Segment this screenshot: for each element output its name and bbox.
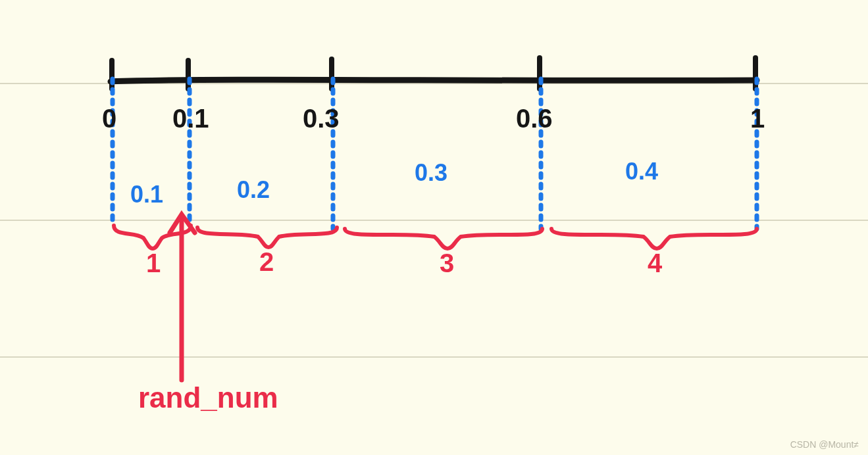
width-label-2: 0.2 <box>237 176 270 204</box>
width-label-4: 0.4 <box>625 158 658 185</box>
width-label-1: 0.1 <box>130 181 163 208</box>
width-label-3: 0.3 <box>415 159 447 187</box>
segment-label-1: 1 <box>146 249 161 278</box>
tick-label-0p6: 0.6 <box>516 104 553 133</box>
watermark: CSDN @Mount≠ <box>790 439 859 450</box>
brace-2 <box>197 228 337 247</box>
rand-num-label: rand_num <box>138 381 278 414</box>
tick-label-0: 0 <box>102 104 116 133</box>
brace-1 <box>114 226 191 249</box>
tick-label-0p3: 0.3 <box>303 104 340 133</box>
diagram-svg <box>0 0 868 455</box>
tick-label-1: 1 <box>750 104 765 133</box>
brace-3 <box>345 229 542 249</box>
brace-4 <box>551 229 757 249</box>
segment-label-4: 4 <box>648 249 662 278</box>
number-line <box>111 80 757 82</box>
tick-label-0p1: 0.1 <box>172 104 209 133</box>
segment-label-3: 3 <box>440 249 454 278</box>
segment-label-2: 2 <box>259 247 274 277</box>
